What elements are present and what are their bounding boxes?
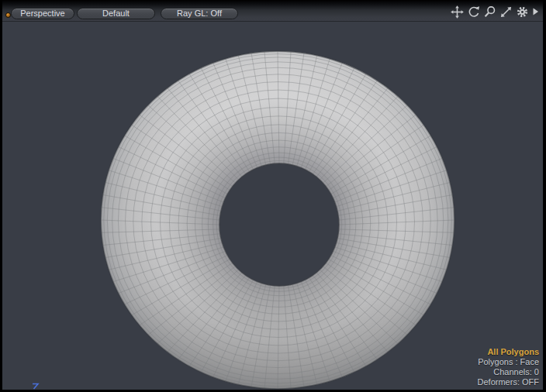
view-type-button[interactable]: Perspective <box>11 8 74 19</box>
toolbar-icon-group <box>451 5 539 19</box>
flyout-arrow-icon[interactable] <box>532 7 539 16</box>
shading-style-button[interactable]: Default <box>77 8 155 19</box>
raygl-toggle-button[interactable]: Ray GL: Off <box>161 8 238 19</box>
viewport-hud: All Polygons Polygons : Face Channels: 0… <box>478 347 539 387</box>
viewport-options-dot[interactable] <box>5 12 11 18</box>
maximize-icon[interactable] <box>499 5 513 19</box>
zoom-icon[interactable] <box>483 5 496 19</box>
pan-icon[interactable] <box>451 5 464 19</box>
axis-indicator-icon <box>30 383 41 390</box>
hud-deformers-line: Deformers: OFF <box>478 377 539 387</box>
gear-icon[interactable] <box>516 5 529 19</box>
hud-channels-line: Channels: 0 <box>478 367 539 377</box>
viewport-window: Perspective Default Ray GL: Off <box>0 0 546 392</box>
torus-mesh[interactable] <box>2 22 543 390</box>
rotate-icon[interactable] <box>467 5 480 19</box>
viewport-3d[interactable]: All Polygons Polygons : Face Channels: 0… <box>2 22 543 390</box>
hud-selection-mode: All Polygons <box>478 347 539 357</box>
viewport-toolbar: Perspective Default Ray GL: Off <box>2 0 543 22</box>
hud-polygons-line: Polygons : Face <box>478 357 539 367</box>
